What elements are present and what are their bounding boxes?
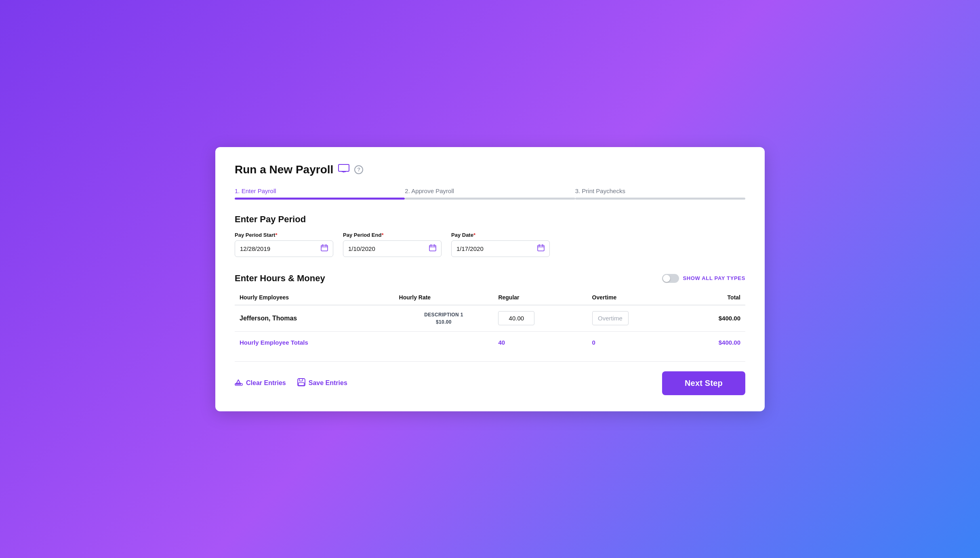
pay-period-start-label: Pay Period Start*	[235, 232, 333, 238]
pay-date-group: Pay Date*	[451, 232, 550, 257]
svg-rect-19	[299, 383, 304, 385]
save-entries-button[interactable]: Save Entries	[297, 378, 347, 388]
totals-total: $400.00	[681, 331, 745, 352]
svg-rect-11	[538, 245, 544, 251]
step-3: 3. Print Paychecks	[575, 187, 745, 200]
table-header: Hourly Employees Hourly Rate Regular Ove…	[235, 290, 745, 305]
step-1-label: 1. Enter Payroll	[235, 187, 405, 194]
svg-rect-7	[429, 245, 436, 251]
pay-date-label: Pay Date*	[451, 232, 550, 238]
required-star-2: *	[381, 232, 383, 238]
calendar-icon-1[interactable]	[321, 244, 328, 253]
col-regular: Regular	[493, 290, 587, 305]
tv-icon	[338, 164, 349, 175]
rate-label: DESCRIPTION 1	[399, 311, 489, 318]
pay-period-title: Enter Pay Period	[235, 214, 745, 225]
pay-period-start-group: Pay Period Start*	[235, 232, 333, 257]
help-icon[interactable]: ?	[354, 165, 363, 174]
hours-header: Enter Hours & Money SHOW ALL PAY TYPES	[235, 273, 745, 284]
totals-overtime: 0	[587, 331, 681, 352]
rate-display: DESCRIPTION 1 $10.00	[399, 311, 489, 326]
svg-rect-3	[321, 245, 328, 251]
hours-section-title: Enter Hours & Money	[235, 273, 325, 284]
pay-period-end-label: Pay Period End*	[343, 232, 442, 238]
pay-period-fields: Pay Period Start* Pay Period End*	[235, 232, 745, 257]
page-title-text: Run a New Payroll	[235, 163, 333, 176]
step-2-label: 2. Approve Payroll	[405, 187, 575, 194]
regular-cell[interactable]	[493, 305, 587, 332]
pay-period-start-input-wrapper[interactable]	[235, 240, 333, 257]
next-step-button[interactable]: Next Step	[662, 371, 745, 395]
clear-entries-label: Clear Entries	[246, 379, 286, 387]
step-3-bar	[575, 198, 745, 200]
save-entries-label: Save Entries	[309, 379, 347, 387]
toggle-knob	[663, 275, 670, 282]
totals-regular: 40	[493, 331, 587, 352]
step-2-bar	[405, 198, 575, 200]
show-all-label: SHOW ALL PAY TYPES	[683, 275, 746, 281]
save-icon	[297, 378, 305, 388]
page-header: Run a New Payroll ?	[235, 163, 745, 176]
footer-divider	[235, 361, 745, 362]
footer-left-actions: Clear Entries Save Entries	[235, 378, 347, 388]
rate-cell: DESCRIPTION 1 $10.00	[394, 305, 494, 332]
toggle-switch[interactable]	[662, 274, 679, 283]
pay-period-end-input[interactable]	[348, 245, 425, 252]
step-1: 1. Enter Payroll	[235, 187, 405, 200]
pay-period-end-group: Pay Period End*	[343, 232, 442, 257]
step-3-label: 3. Print Paychecks	[575, 187, 745, 194]
employee-name-cell: Jefferson, Thomas	[235, 305, 394, 332]
clear-icon	[235, 379, 243, 387]
col-total: Total	[681, 290, 745, 305]
col-overtime: Overtime	[587, 290, 681, 305]
footer: Clear Entries Save Entries Next Step	[235, 371, 745, 395]
overtime-cell[interactable]: Overtime	[587, 305, 681, 332]
pay-period-end-input-wrapper[interactable]	[343, 240, 442, 257]
svg-rect-0	[339, 164, 349, 171]
step-1-bar	[235, 198, 405, 200]
payroll-table: Hourly Employees Hourly Rate Regular Ove…	[235, 290, 745, 352]
pay-date-input[interactable]	[456, 245, 533, 252]
rate-value: $10.00	[399, 318, 489, 326]
totals-label: Hourly Employee Totals	[235, 331, 394, 352]
table-body: Jefferson, Thomas DESCRIPTION 1 $10.00 O…	[235, 305, 745, 352]
row-total: $400.00	[681, 305, 745, 332]
totals-row: Hourly Employee Totals 40 0 $400.00	[235, 331, 745, 352]
payroll-card: Run a New Payroll ? 1. Enter Payroll 2. …	[215, 147, 765, 411]
pay-date-input-wrapper[interactable]	[451, 240, 550, 257]
totals-rate-empty	[394, 331, 494, 352]
step-2: 2. Approve Payroll	[405, 187, 575, 200]
pay-period-start-input[interactable]	[240, 245, 317, 252]
regular-hours-input[interactable]	[498, 311, 534, 325]
steps-container: 1. Enter Payroll 2. Approve Payroll 3. P…	[235, 187, 745, 200]
next-step-label: Next Step	[685, 379, 723, 387]
overtime-input-placeholder[interactable]: Overtime	[592, 311, 629, 325]
calendar-icon-3[interactable]	[537, 244, 545, 253]
clear-entries-button[interactable]: Clear Entries	[235, 379, 286, 387]
table-header-row: Hourly Employees Hourly Rate Regular Ove…	[235, 290, 745, 305]
employee-name: Jefferson, Thomas	[240, 315, 297, 322]
col-rate: Hourly Rate	[394, 290, 494, 305]
table-row: Jefferson, Thomas DESCRIPTION 1 $10.00 O…	[235, 305, 745, 332]
show-all-toggle[interactable]: SHOW ALL PAY TYPES	[662, 274, 746, 283]
required-star-1: *	[275, 232, 277, 238]
svg-rect-18	[299, 379, 303, 381]
required-star-3: *	[473, 232, 475, 238]
calendar-icon-2[interactable]	[429, 244, 436, 253]
col-employee: Hourly Employees	[235, 290, 394, 305]
